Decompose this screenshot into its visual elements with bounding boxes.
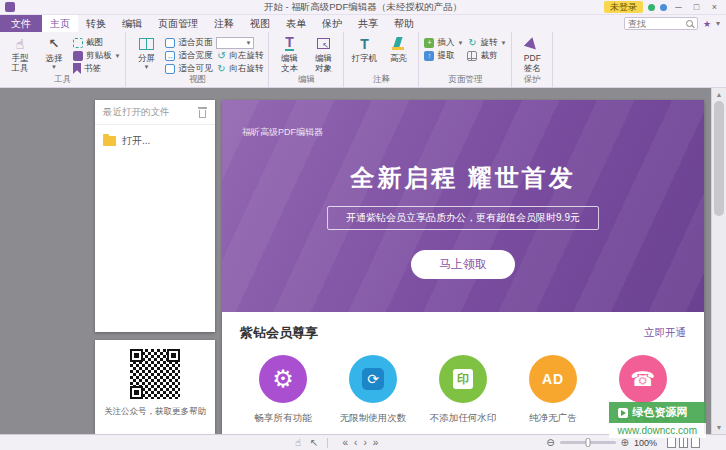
split-view-button[interactable]: 分屏 ▼ — [131, 35, 161, 70]
typewriter-icon: T — [360, 35, 369, 52]
button-label: 裁剪 — [480, 50, 497, 62]
rotate-page-button[interactable]: ↻ 旋转 ▼ — [467, 37, 506, 48]
button-label: 适合可见 — [178, 63, 212, 75]
tab-protect[interactable]: 保护 — [314, 15, 350, 32]
group-label: 编辑 — [269, 74, 343, 86]
tab-home[interactable]: 主页 — [42, 15, 78, 32]
tab-form[interactable]: 表单 — [278, 15, 314, 32]
qr-panel: 关注公众号，获取更多帮助 — [95, 340, 215, 434]
hand-tool-button[interactable]: ☝ 手型工具 — [5, 35, 35, 73]
clipboard-button[interactable]: 剪贴板 ▼ — [73, 50, 120, 61]
activate-now-link[interactable]: 立即开通 — [644, 326, 686, 340]
group-label: 视图 — [126, 74, 268, 86]
tab-comment[interactable]: 注释 — [206, 15, 242, 32]
site-watermark: 绿色资源网 www.downcc.com — [609, 402, 706, 438]
zoom-out-icon[interactable]: ⊖ — [546, 436, 554, 450]
scroll-down-icon[interactable]: ▼ — [712, 421, 726, 434]
tab-view[interactable]: 视图 — [242, 15, 278, 32]
banner-headline: 全新启程 耀世首发 — [222, 162, 704, 194]
watermark-url: www.downcc.com — [609, 423, 706, 438]
search-box — [624, 17, 698, 30]
clipboard-icon — [73, 51, 83, 61]
recent-files-panel: 最近打开的文件 打开... — [95, 100, 215, 332]
tab-help[interactable]: 帮助 — [386, 15, 422, 32]
highlight-button[interactable]: 高亮 — [383, 35, 413, 63]
search-input[interactable] — [628, 19, 686, 29]
theme-green-icon[interactable] — [648, 4, 655, 11]
button-label: PDF签名 — [523, 53, 542, 73]
button-label: 选择 — [46, 53, 63, 63]
previous-page-icon[interactable]: ‹ — [354, 437, 357, 448]
membership-title: 紫钻会员尊享 — [240, 324, 318, 342]
fit-page-icon — [165, 38, 175, 48]
vertical-scrollbar[interactable]: ▲ ▼ — [711, 88, 726, 434]
tab-convert[interactable]: 转换 — [78, 15, 114, 32]
clear-recent-icon[interactable] — [198, 107, 207, 118]
banner-product-label: 福昕高级PDF编辑器 — [242, 126, 323, 139]
maximize-button[interactable]: □ — [690, 1, 703, 14]
feature-no-ads: AD 纯净无广告 — [510, 355, 596, 425]
ribbon-tabbar: 文件 主页 转换 编辑 页面管理 注释 视图 表单 保护 共享 帮助 ★ ▾ — [0, 15, 726, 32]
fit-visible-button[interactable]: 适合可见 — [165, 63, 212, 74]
claim-button[interactable]: 马上领取 — [411, 250, 515, 279]
open-file-button[interactable]: 打开... — [95, 125, 215, 157]
group-label: 工具 — [0, 74, 125, 86]
chevron-down-icon: ▼ — [457, 40, 463, 46]
zoom-combobox[interactable]: ▼ — [216, 37, 254, 49]
rotate-left-button[interactable]: ↺ 向左旋转 — [216, 50, 263, 61]
search-icon[interactable] — [686, 20, 693, 27]
tools-shortcut-icon[interactable]: ★ — [703, 19, 711, 29]
chevron-down-icon: ▼ — [500, 40, 506, 46]
fit-page-button[interactable]: 适合页面 — [165, 37, 212, 48]
next-page-icon[interactable]: › — [363, 437, 366, 448]
app-logo-icon — [5, 2, 15, 12]
tab-file[interactable]: 文件 — [0, 15, 42, 32]
extract-page-button[interactable]: ↑ 提取 — [424, 50, 463, 61]
select-tool-status-icon[interactable]: ↖ — [310, 436, 318, 450]
edit-text-button[interactable]: T 编辑文本 — [274, 35, 304, 73]
button-label: 打字机 — [352, 53, 378, 63]
tab-page-manage[interactable]: 页面管理 — [150, 15, 206, 32]
facing-page-view-icon[interactable] — [679, 437, 688, 448]
snapshot-icon — [73, 38, 83, 48]
chevron-down-icon: ▼ — [115, 53, 121, 59]
hand-tool-status-icon[interactable]: ☝ — [295, 436, 301, 450]
edit-text-icon: T — [285, 36, 294, 51]
theme-blue-icon[interactable] — [660, 4, 667, 11]
collapse-ribbon-icon[interactable]: ▾ — [716, 19, 720, 28]
zoom-slider-thumb[interactable] — [585, 438, 590, 447]
ribbon-group-pages: + 插入 ▼ ↑ 提取 ↻ 旋转 ▼ 裁剪 页面管理 — [419, 32, 512, 87]
button-label: 向右旋转 — [229, 63, 263, 75]
extract-page-icon: ↑ — [424, 51, 434, 61]
button-label: 适合页面 — [178, 37, 212, 49]
fit-width-button[interactable]: ↔ 适合宽度 — [165, 50, 212, 61]
snapshot-button[interactable]: 截图 — [73, 37, 120, 48]
group-label: 保护 — [512, 74, 552, 86]
minimize-button[interactable]: ─ — [672, 1, 685, 14]
first-page-icon[interactable]: « — [342, 437, 348, 448]
scrollbar-thumb[interactable] — [714, 101, 724, 216]
select-button[interactable]: ↖ 选择 ▼ — [39, 35, 69, 70]
bookmark-button[interactable]: 书签 — [73, 63, 120, 74]
highlighter-icon — [391, 37, 405, 50]
typewriter-button[interactable]: T 打字机 — [349, 35, 379, 63]
feature-unlimited-usage: ⟳ 无限制使用次数 — [330, 355, 416, 425]
close-button[interactable]: × — [708, 1, 721, 14]
edit-object-button[interactable]: 编辑对象 — [308, 35, 338, 73]
last-page-icon[interactable]: » — [373, 437, 379, 448]
login-button[interactable]: 未登录 — [604, 1, 643, 13]
continuous-view-icon[interactable] — [691, 437, 700, 448]
qr-code — [130, 349, 180, 399]
feature-all-functions: ⚙ 畅享所有功能 — [240, 355, 326, 425]
tab-edit[interactable]: 编辑 — [114, 15, 150, 32]
single-page-view-icon[interactable] — [667, 437, 676, 448]
rotate-right-icon: ↻ — [216, 64, 226, 74]
button-label: 高亮 — [390, 53, 407, 63]
zoom-slider[interactable] — [560, 441, 616, 444]
pdf-sign-button[interactable]: PDF签名 — [517, 35, 547, 73]
rotate-right-button[interactable]: ↻ 向右旋转 — [216, 63, 263, 74]
tab-share[interactable]: 共享 — [350, 15, 386, 32]
scroll-up-icon[interactable]: ▲ — [712, 88, 726, 101]
crop-page-button[interactable]: 裁剪 — [467, 50, 506, 61]
insert-page-button[interactable]: + 插入 ▼ — [424, 37, 463, 48]
